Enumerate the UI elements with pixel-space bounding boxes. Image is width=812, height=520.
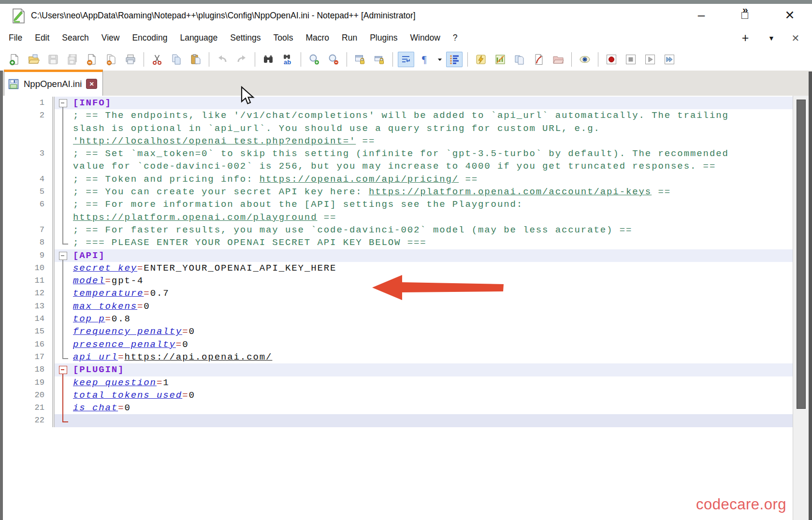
link-text[interactable]: https://platform.openai.com/account/api-… <box>369 187 652 197</box>
line-text[interactable]: api_url=https://api.openai.com/ <box>72 351 793 363</box>
save-button[interactable] <box>45 52 61 67</box>
close-all-documents-button[interactable] <box>103 52 119 67</box>
tab-list-dropdown-icon[interactable]: ▼ <box>762 28 781 48</box>
menu-run[interactable]: Run <box>335 30 363 45</box>
line-number: 14 <box>3 313 55 325</box>
fold-toggle[interactable] <box>55 249 72 262</box>
line-text[interactable]: [PLUGIN] <box>72 363 793 376</box>
menu-window[interactable]: Window <box>404 30 447 45</box>
plugin-stacked-docs-button[interactable] <box>511 52 528 67</box>
document-list-button[interactable] <box>446 52 463 67</box>
view-monitoring-button[interactable] <box>577 52 593 67</box>
line-text[interactable]: ; === PLEASE ENTER YOUR OPENAI SECRET AP… <box>72 236 793 249</box>
save-icon <box>47 53 59 66</box>
menu-view[interactable]: View <box>95 30 126 45</box>
zoom-out-button[interactable] <box>325 52 342 67</box>
line-text[interactable]: is_chat=0 <box>72 402 793 414</box>
caret-down-icon <box>435 53 444 66</box>
line-text[interactable] <box>72 414 793 427</box>
line-text[interactable]: presence_penalty=0 <box>72 338 793 351</box>
menu-tools[interactable]: Tools <box>267 30 300 45</box>
menu-help[interactable]: ? <box>447 30 464 45</box>
plugin-statistics-button[interactable] <box>492 52 508 67</box>
code-text: gpt-4 <box>112 275 144 286</box>
plugin-open-folder-button[interactable] <box>550 52 566 67</box>
link-text[interactable]: 'http://localhost/openai_test.php?endpoi… <box>73 136 356 146</box>
line-text[interactable]: frequency_penalty=0 <box>72 325 793 338</box>
paste-button[interactable] <box>188 52 204 67</box>
scrollbar-thumb[interactable] <box>797 100 806 409</box>
show-all-characters-button[interactable]: ¶ <box>417 52 434 67</box>
menu-edit[interactable]: Edit <box>29 30 56 45</box>
close-window-button[interactable]: ✕ <box>777 5 802 25</box>
print-button[interactable] <box>122 52 139 67</box>
line-text[interactable]: [INFO] <box>72 97 793 109</box>
editor-area[interactable]: 1[INFO]2; == The endpoints, like '/v1/ch… <box>3 96 812 520</box>
macro-playback-button[interactable] <box>642 52 658 67</box>
link-text[interactable]: https://platform.openai.com/playground <box>73 212 317 223</box>
close-document-button[interactable] <box>84 52 100 67</box>
macro-run-multiple-button[interactable] <box>661 52 678 67</box>
fold-collapse-icon[interactable] <box>59 366 67 374</box>
code-text: = <box>176 339 182 350</box>
redo-button[interactable] <box>233 52 250 67</box>
tab-nppopenai-ini[interactable]: NppOpenAI.ini ✕ <box>4 70 103 96</box>
fold-toggle[interactable] <box>55 97 72 109</box>
code-text: == <box>652 187 671 197</box>
code-text: 0.8 <box>112 314 131 324</box>
menu-plugins[interactable]: Plugins <box>363 30 404 45</box>
line-text[interactable]: ; == For more information about the [API… <box>72 198 793 224</box>
editor-line-16: 16presence_penalty=0 <box>3 338 793 351</box>
copy-button[interactable] <box>168 52 185 67</box>
zoom-in-button[interactable] <box>306 52 322 67</box>
link-text[interactable]: https://openai.com/api/pricing/ <box>260 174 459 185</box>
fold-collapse-icon[interactable] <box>59 99 67 107</box>
save-all-button[interactable] <box>64 52 81 67</box>
vertical-scrollbar[interactable] <box>793 96 809 520</box>
show-symbol-dropdown-button[interactable] <box>435 52 444 67</box>
code-text: = <box>182 326 188 337</box>
replace-button[interactable]: ab <box>279 52 296 67</box>
find-button[interactable] <box>260 52 276 67</box>
open-file-button[interactable] <box>26 52 42 67</box>
line-text[interactable]: ; == The endpoints, like '/v1/chat/compl… <box>72 109 793 147</box>
line-text[interactable]: ; == For faster results, you may use `co… <box>72 224 793 236</box>
new-file-button[interactable] <box>6 52 23 67</box>
word-wrap-button[interactable] <box>398 52 414 67</box>
sync-horizontal-scrolling-button[interactable] <box>371 52 388 67</box>
menu-encoding[interactable]: Encoding <box>126 30 174 45</box>
menu-file[interactable]: File <box>2 30 29 45</box>
line-number: 5 <box>3 186 55 198</box>
close-tab-icon[interactable]: ✕ <box>786 28 805 48</box>
fold-guide-line <box>55 338 72 351</box>
minimize-button[interactable]: – <box>689 5 714 25</box>
line-text[interactable]: total_tokens_used=0 <box>72 389 793 402</box>
line-text[interactable]: top_p=0.8 <box>72 313 793 325</box>
code-text: temperature <box>73 288 144 299</box>
plugin-chat-settings-button[interactable] <box>473 52 489 67</box>
link-text[interactable]: https://api.openai.com/ <box>124 352 272 362</box>
line-text[interactable]: ; == Token and pricing info: https://ope… <box>72 173 793 186</box>
plugin-edit-config-button[interactable] <box>531 52 547 67</box>
sync-vertical-scrolling-button[interactable] <box>352 52 368 67</box>
fold-collapse-icon[interactable] <box>59 252 67 260</box>
print-icon <box>124 53 137 66</box>
new-tab-button[interactable]: + <box>736 28 755 48</box>
line-number: 12 <box>3 287 55 300</box>
line-text[interactable]: keep_question=1 <box>72 376 793 389</box>
toolbar-overflow-chevron[interactable]: » <box>742 4 748 15</box>
undo-button[interactable] <box>214 52 231 67</box>
tab-close-icon[interactable]: ✕ <box>86 79 97 89</box>
macro-stop-button[interactable] <box>623 52 639 67</box>
menu-settings[interactable]: Settings <box>224 30 267 45</box>
cut-button[interactable] <box>149 52 165 67</box>
line-text[interactable]: [API] <box>72 249 793 262</box>
menu-language[interactable]: Language <box>174 30 224 45</box>
fold-toggle[interactable] <box>55 363 72 376</box>
code-text: [INFO] <box>73 98 112 108</box>
line-text[interactable]: ; == Set `max_token=0` to skip this sett… <box>72 147 793 173</box>
line-text[interactable]: ; == You can create your secret API key … <box>72 186 793 198</box>
menu-search[interactable]: Search <box>56 30 95 45</box>
menu-macro[interactable]: Macro <box>299 30 335 45</box>
macro-record-button[interactable] <box>603 52 620 67</box>
